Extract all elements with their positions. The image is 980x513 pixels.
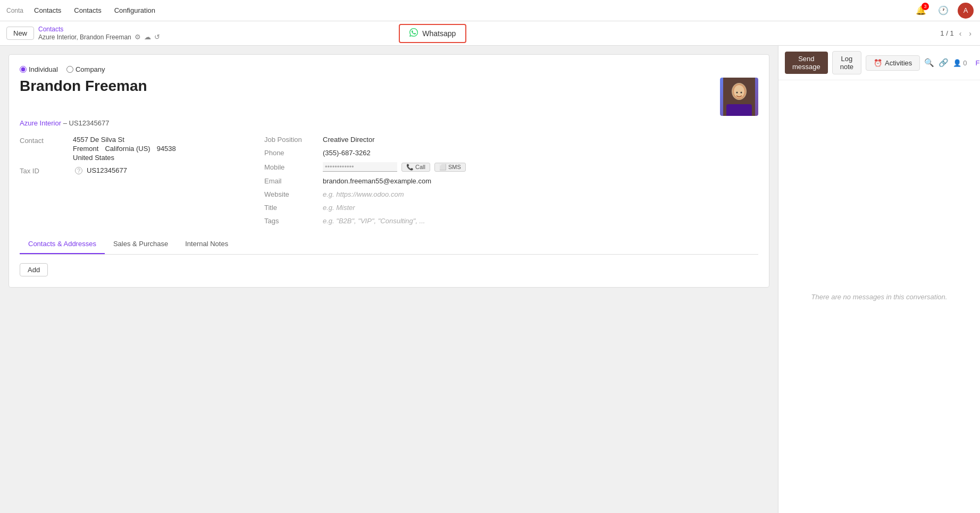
address-label: Contact xyxy=(20,136,73,145)
email-label: Email xyxy=(264,177,323,185)
breadcrumb-parent[interactable]: Contacts xyxy=(38,26,160,33)
fields-section: Contact 4557 De Silva St Fremont Califor… xyxy=(20,136,758,230)
followers-count: 👤 0 xyxy=(953,59,967,67)
clock-icon: 🕐 xyxy=(938,5,949,15)
fields-right: Job Position Creative Director Phone (35… xyxy=(264,136,758,230)
top-nav: Conta Contacts Contacts Configuration 🔔 … xyxy=(0,0,980,21)
gear-icon[interactable]: ⚙ xyxy=(135,33,141,41)
tax-id-value: US12345677 xyxy=(87,166,243,174)
activities-button[interactable]: ⏰ Activities xyxy=(866,55,920,71)
followers-number: 0 xyxy=(963,59,967,67)
whatsapp-button[interactable]: Whatsapp xyxy=(399,24,466,43)
form-area: Individual Company Brandon Freeman xyxy=(0,46,778,513)
breadcrumb-current: Azure Interior, Brandon Freeman ⚙ ☁ ↺ xyxy=(38,33,160,41)
refresh-icon[interactable]: ↺ xyxy=(154,33,160,41)
pagination-text: 1 / 1 xyxy=(940,29,953,37)
tags-label: Tags xyxy=(264,217,323,225)
chatter-icons: 🔍 🔗 👤 0 Follow xyxy=(924,58,980,68)
job-position-label: Job Position xyxy=(264,136,323,144)
log-note-button[interactable]: Log note xyxy=(832,51,861,74)
contact-form: Individual Company Brandon Freeman xyxy=(9,54,769,288)
title-field: Title e.g. Mister xyxy=(264,204,758,212)
email-field: Email brandon.freeman55@example.com xyxy=(264,177,758,185)
notification-badge: 3 xyxy=(922,3,929,10)
tax-id-label: Tax ID xyxy=(20,166,73,175)
follow-button[interactable]: Follow xyxy=(976,59,980,67)
mobile-field: Mobile •••••••••••• 📞 Call ⬜ SMS xyxy=(264,162,758,172)
chatter-body: There are no messages in this conversati… xyxy=(778,80,980,513)
address-country: United States xyxy=(73,154,243,162)
nav-configuration[interactable]: Configuration xyxy=(112,2,157,19)
call-icon: 📞 xyxy=(406,164,414,171)
help-icon[interactable]: ? xyxy=(75,167,82,174)
tab-sales-purchase[interactable]: Sales & Purchase xyxy=(105,234,177,254)
address-field: Contact 4557 De Silva St Fremont Califor… xyxy=(20,136,243,162)
mobile-value[interactable]: •••••••••••• xyxy=(323,162,397,172)
activities-label: Activities xyxy=(885,59,912,67)
address-zip: 94538 xyxy=(157,145,176,153)
individual-radio-input[interactable] xyxy=(20,66,27,73)
individual-label: Individual xyxy=(29,65,58,73)
address-city: Fremont xyxy=(73,145,98,153)
sms-label: SMS xyxy=(448,164,461,170)
contact-name: Brandon Freeman xyxy=(20,78,147,95)
phone-value: (355)-687-3262 xyxy=(323,149,758,157)
company-link[interactable]: Azure Interior xyxy=(20,119,61,127)
cloud-icon[interactable]: ☁ xyxy=(144,33,151,41)
name-row: Brandon Freeman xyxy=(20,78,758,116)
website-label: Website xyxy=(264,190,323,198)
job-position-field: Job Position Creative Director xyxy=(264,136,758,144)
phone-field: Phone (355)-687-3262 xyxy=(264,149,758,157)
breadcrumb: Contacts Azure Interior, Brandon Freeman… xyxy=(38,26,160,41)
avatar[interactable] xyxy=(720,78,758,116)
next-page-button[interactable]: › xyxy=(967,28,974,39)
action-bar: New Contacts Azure Interior, Brandon Fre… xyxy=(0,21,980,46)
sms-button[interactable]: ⬜ SMS xyxy=(434,163,466,172)
new-button[interactable]: New xyxy=(6,27,34,40)
prev-page-button[interactable]: ‹ xyxy=(957,28,964,39)
user-avatar[interactable]: A xyxy=(958,3,974,19)
search-chatter-icon[interactable]: 🔍 xyxy=(924,58,934,68)
main-layout: Individual Company Brandon Freeman xyxy=(0,46,980,513)
tab-content: Add xyxy=(20,263,758,276)
nav-contacts-2[interactable]: Contacts xyxy=(72,2,103,19)
job-position-value: Creative Director xyxy=(323,136,758,144)
company-radio-input[interactable] xyxy=(66,66,73,73)
svg-point-6 xyxy=(741,92,742,94)
add-button[interactable]: Add xyxy=(20,263,48,276)
website-placeholder[interactable]: e.g. https://www.odoo.com xyxy=(323,190,758,198)
type-selector: Individual Company xyxy=(20,65,758,73)
activities-icon: ⏰ xyxy=(874,59,882,67)
clock-button[interactable]: 🕐 xyxy=(935,3,951,19)
send-message-button[interactable]: Send message xyxy=(785,52,828,74)
breadcrumb-current-text: Azure Interior, Brandon Freeman xyxy=(38,33,131,41)
tabs-bar: Contacts & Addresses Sales & Purchase In… xyxy=(20,234,758,255)
mobile-row: •••••••••••• 📞 Call ⬜ SMS xyxy=(323,162,466,172)
company-ref-value: US12345677 xyxy=(69,119,110,127)
svg-point-4 xyxy=(734,85,744,98)
email-value[interactable]: brandon.freeman55@example.com xyxy=(323,177,758,185)
nav-contacts-1[interactable]: Contacts xyxy=(32,2,63,19)
call-button[interactable]: 📞 Call xyxy=(401,163,430,172)
mobile-label: Mobile xyxy=(264,163,323,171)
title-label: Title xyxy=(264,204,323,212)
top-nav-right: 🔔 3 🕐 A xyxy=(913,3,974,19)
company-radio[interactable]: Company xyxy=(66,65,105,73)
no-messages-text: There are no messages in this conversati… xyxy=(811,293,948,301)
link-chatter-icon[interactable]: 🔗 xyxy=(939,58,949,68)
address-state: California (US) xyxy=(105,145,150,153)
tags-placeholder[interactable]: e.g. "B2B", "VIP", "Consulting", ... xyxy=(323,217,758,225)
svg-point-5 xyxy=(736,92,738,94)
tags-field: Tags e.g. "B2B", "VIP", "Consulting", ..… xyxy=(264,217,758,225)
pagination: 1 / 1 ‹ › xyxy=(940,28,974,39)
tab-contacts-addresses[interactable]: Contacts & Addresses xyxy=(20,234,105,254)
individual-radio[interactable]: Individual xyxy=(20,65,58,73)
person-icon: 👤 xyxy=(953,59,961,67)
website-field: Website e.g. https://www.odoo.com xyxy=(264,190,758,198)
tab-internal-notes[interactable]: Internal Notes xyxy=(177,234,237,254)
phone-label: Phone xyxy=(264,149,323,157)
company-ref: Azure Interior – US12345677 xyxy=(20,119,758,127)
title-placeholder[interactable]: e.g. Mister xyxy=(323,204,758,212)
sms-icon: ⬜ xyxy=(439,164,447,171)
notifications-button[interactable]: 🔔 3 xyxy=(913,3,929,19)
